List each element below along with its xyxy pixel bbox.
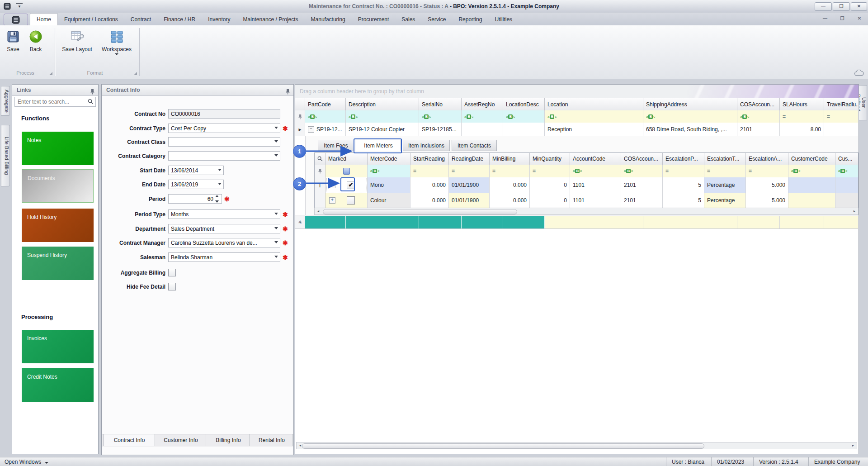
subcolumn-header-marked[interactable]: Marked — [326, 153, 368, 165]
filter-cell-shippingaddress[interactable]: aBc — [643, 110, 737, 123]
subgrid-row-colour[interactable]: +Colour0.00001/01/19000.0000110121015Per… — [315, 193, 858, 209]
column-header-cosaccoun-[interactable]: COSAccoun... — [737, 98, 780, 110]
subcolumn-header-minbilling[interactable]: MinBilling — [490, 153, 530, 165]
subgrid-cell-minquantity[interactable]: 0 — [530, 193, 570, 208]
grid-cell-cosaccoun-[interactable]: 2101 — [737, 123, 780, 136]
filter-cell-description[interactable]: aBc — [346, 110, 419, 123]
grid-cell-serialno[interactable]: SP19-12185... — [419, 123, 462, 136]
text-filter-icon[interactable]: aBc — [573, 169, 582, 173]
subcolumn-header-escalationt-[interactable]: EscalationT... — [704, 153, 746, 165]
text-filter-icon[interactable]: aBc — [646, 114, 655, 119]
subgrid-cell-marked[interactable]: + — [326, 193, 368, 208]
pin-icon[interactable] — [285, 87, 290, 98]
ribbon-tab-contract[interactable]: Contract — [124, 14, 157, 26]
subgrid-cell-minbilling[interactable]: 0.000 — [490, 177, 530, 193]
combo-arrow-icon[interactable] — [274, 127, 278, 129]
expand-row-icon[interactable]: + — [329, 197, 335, 204]
contract-class-field[interactable] — [168, 137, 280, 147]
check-filter-icon[interactable] — [343, 168, 350, 175]
new-row-cell-partcode[interactable] — [305, 216, 346, 228]
column-header-slahours[interactable]: SLAHours — [780, 98, 824, 110]
subgrid-cell-escalationt-[interactable]: Percentage — [704, 177, 746, 193]
combo-arrow-icon[interactable] — [218, 183, 222, 185]
contract-category-field[interactable] — [168, 151, 280, 161]
scroll-left-icon[interactable]: ◄ — [315, 209, 321, 214]
back-button[interactable]: Back — [25, 28, 46, 52]
ribbon-tab-maintenance-projects[interactable]: Maintenance / Projects — [237, 14, 305, 26]
subcolumn-header-cosaccoun-[interactable]: COSAccoun... — [621, 153, 663, 165]
filter-cell-cosaccoun-[interactable]: aBc — [737, 110, 780, 123]
subfilter-cell-startreading[interactable]: = — [410, 165, 449, 177]
ribbon-tab-inventory[interactable]: Inventory — [202, 14, 236, 26]
new-row-cell-travelradiu-[interactable] — [824, 216, 858, 228]
links-button-hold-history[interactable]: Hold History — [22, 209, 94, 242]
subfilter-cell-marked[interactable] — [326, 165, 368, 177]
scroll-right-icon[interactable]: ► — [851, 209, 858, 214]
start-date-field[interactable]: 13/06/2014 — [168, 166, 224, 175]
subfilter-cell-minbilling[interactable]: = — [490, 165, 530, 177]
contract-type-field[interactable]: Cost Per Copy — [168, 124, 280, 133]
text-filter-icon[interactable]: aBc — [740, 114, 749, 119]
group-by-panel[interactable]: Drag a column header here to group by th… — [295, 85, 859, 98]
filter-cell-serialno[interactable]: aBc — [419, 110, 462, 123]
subfilter-cell-cus-[interactable]: aBc — [835, 165, 858, 177]
scrollbar-thumb[interactable] — [302, 443, 704, 449]
equals-filter-icon[interactable]: = — [665, 168, 669, 174]
column-header-locationdesc[interactable]: LocationDesc — [503, 98, 545, 110]
mdi-restore-icon[interactable]: ❐ — [838, 15, 846, 22]
detail-tab-item-inclusions[interactable]: Item Inclusions — [403, 140, 450, 151]
subcolumn-header-startreading[interactable]: StartReading — [410, 153, 449, 165]
links-button-notes[interactable]: Notes — [22, 132, 94, 165]
ribbon-tab-reporting[interactable]: Reporting — [452, 14, 488, 26]
text-filter-icon[interactable]: aBc — [308, 114, 317, 119]
subgrid-cell-accountcode[interactable]: 1101 — [570, 193, 621, 208]
end-date-field[interactable]: 13/06/2019 — [168, 180, 224, 189]
salesman-field[interactable]: Belinda Sharman — [168, 252, 280, 262]
subgrid-cell-readingdate[interactable]: 01/01/1900 — [449, 177, 490, 193]
subcolumn-header-cus-[interactable]: Cus... — [835, 153, 858, 165]
subgrid-cell-metercode[interactable]: Colour — [368, 193, 410, 208]
subfilter-cell-accountcode[interactable]: aBc — [570, 165, 621, 177]
subgrid-horizontal-scrollbar[interactable]: ◄ ► — [314, 208, 859, 215]
group-dialog-launcher-icon[interactable] — [134, 72, 137, 75]
subgrid-cell-accountcode[interactable]: 1101 — [570, 177, 621, 193]
filter-cell-assetregno[interactable]: aBc — [462, 110, 503, 123]
filter-cell-slahours[interactable]: = — [780, 110, 824, 123]
bottom-tab-customer-info[interactable]: Customer Info — [156, 434, 206, 446]
equals-filter-icon[interactable]: = — [827, 114, 830, 120]
mdi-close-icon[interactable]: ✕ — [855, 15, 863, 22]
subfilter-cell-minquantity[interactable]: = — [530, 165, 570, 177]
contract-manager-field[interactable]: Carolina Suzzetta Lourens van de... — [168, 238, 280, 247]
subfilter-cell-metercode[interactable]: aBc — [368, 165, 410, 177]
links-button-suspend-history[interactable]: Suspend History — [22, 247, 94, 280]
equals-filter-icon[interactable]: = — [707, 168, 710, 174]
equals-filter-icon[interactable]: = — [413, 168, 416, 174]
column-header-serialno[interactable]: SerialNo — [419, 98, 462, 110]
ribbon-tab-service[interactable]: Service — [421, 14, 452, 26]
scroll-right-icon[interactable]: ► — [850, 443, 856, 448]
equals-filter-icon[interactable]: = — [749, 168, 752, 174]
subcolumn-header-escalationa-[interactable]: EscalationA... — [746, 153, 788, 165]
subgrid-cell-cosaccoun-[interactable]: 2101 — [621, 177, 663, 193]
column-header-location[interactable]: Location — [545, 98, 643, 110]
subcolumn-header-minquantity[interactable]: MinQuantity — [530, 153, 570, 165]
new-row-cell-locationdesc[interactable] — [503, 216, 545, 228]
grid-cell-slahours[interactable]: 8.00 — [780, 123, 824, 136]
application-button[interactable] — [4, 14, 28, 26]
aggregate-billing-checkbox[interactable] — [168, 269, 176, 276]
combo-arrow-icon[interactable] — [274, 227, 278, 229]
equals-filter-icon[interactable]: = — [533, 168, 536, 174]
marked-checkbox[interactable] — [347, 196, 355, 204]
grid-cell-locationdesc[interactable] — [503, 123, 545, 136]
ribbon-tab-procurement[interactable]: Procurement — [352, 14, 396, 26]
new-row-cell-shippingaddress[interactable] — [643, 216, 737, 228]
subgrid-cell-cus-[interactable] — [835, 177, 858, 193]
close-button[interactable]: ✕ — [851, 2, 867, 11]
scrollbar-thumb[interactable] — [323, 209, 517, 214]
subgrid-cell-escalationa-[interactable]: 5.000 — [746, 193, 788, 208]
subgrid-cell-escalationp-[interactable]: 5 — [663, 193, 704, 208]
subfilter-cell-escalationp-[interactable]: = — [663, 165, 704, 177]
grid-cell-description[interactable]: SP19-12 Colour Copier — [346, 123, 419, 136]
combo-arrow-icon[interactable] — [274, 140, 278, 143]
ribbon-tab-sales[interactable]: Sales — [395, 14, 421, 26]
